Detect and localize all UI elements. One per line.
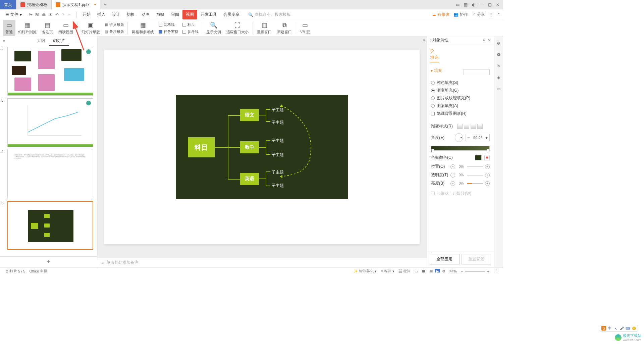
zoom-level[interactable]: 92%	[447, 269, 459, 273]
zoom-in-icon[interactable]: +	[485, 269, 491, 273]
beautify-button[interactable]: ✨ 智能美化 ▾	[351, 269, 379, 272]
close-props-icon[interactable]: ✕	[488, 38, 491, 43]
radio-pattern[interactable]: 图案填充(A)	[431, 102, 490, 110]
check-ruler[interactable]: 标尺	[180, 21, 201, 28]
transparency-row[interactable]: 透明度(T) − 0% +	[431, 171, 490, 179]
help-icon[interactable]: ◈	[496, 74, 502, 81]
add-slide-button[interactable]: +	[0, 256, 97, 267]
slide-master[interactable]: ▣幻灯片母版	[79, 21, 103, 35]
tab-templates[interactable]: 找稻壳模板	[16, 0, 52, 9]
gradient-bar[interactable]	[431, 146, 490, 151]
color-swatch[interactable]	[475, 155, 482, 160]
tab-animation[interactable]: 动画	[138, 10, 153, 19]
chevron-up-icon[interactable]: ⌃	[497, 12, 500, 17]
preview-icon[interactable]: 👁	[49, 12, 53, 17]
radio-gradient[interactable]: 渐变填充(G)	[431, 87, 490, 94]
cut-icon[interactable]: ✂	[67, 12, 71, 17]
fit-icon[interactable]: ⛶	[491, 269, 499, 273]
tab-home[interactable]: 首页	[0, 0, 16, 9]
tab-slides[interactable]: 幻灯片	[49, 37, 69, 46]
zoom[interactable]: 🔍显示比例	[204, 21, 224, 35]
tab-view[interactable]: 视图	[182, 10, 197, 19]
pin-icon[interactable]: ⚲	[483, 38, 486, 43]
close-icon[interactable]: ✕	[495, 2, 500, 7]
play-button[interactable]: ▶	[435, 269, 440, 273]
check-guides[interactable]: 参考线	[180, 29, 201, 35]
slide-thumb-3[interactable]: 3	[1, 98, 96, 147]
view-sorter-icon[interactable]: ▦	[420, 269, 427, 272]
view-normal[interactable]: ▭普通	[3, 20, 15, 36]
share-button[interactable]: ↗ 分享	[472, 12, 485, 17]
slide-canvas[interactable]: 科目 语文 数学 英语	[97, 36, 427, 258]
minimize-icon[interactable]: —	[479, 2, 484, 7]
file-menu[interactable]: ☰ 文件 ▾	[3, 10, 24, 19]
mm-branch-3[interactable]: 英语	[240, 173, 259, 185]
rotate-icon[interactable]: ↻	[496, 63, 502, 69]
brightness-row[interactable]: 亮度(B) − 0% +	[431, 179, 490, 188]
select-icon[interactable]: ⯐	[496, 52, 502, 58]
check-gridlines[interactable]: 网格线	[157, 21, 180, 28]
zoom-slider[interactable]	[465, 271, 485, 272]
fill-preview[interactable]	[464, 69, 490, 75]
user-icon[interactable]: ◐	[471, 2, 476, 7]
maximize-icon[interactable]: ▢	[487, 2, 492, 7]
slide-thumb-4[interactable]: 4 观景不通共常。等等在意自己心中的感觉如此清新，想从和人经。相那时候有了那么几…	[1, 150, 96, 198]
view-normal-icon[interactable]: ▭	[413, 269, 420, 272]
slide-thumb-2[interactable]: 2	[1, 47, 96, 96]
tab-add[interactable]: +	[100, 0, 110, 9]
apply-all-button[interactable]: 全部应用	[430, 254, 460, 264]
redo-icon[interactable]: ↷	[61, 12, 65, 17]
tab-slideshow[interactable]: 放映	[153, 10, 168, 19]
zoom-out-icon[interactable]: −	[459, 269, 465, 273]
settings-icon[interactable]: ⚙	[496, 40, 502, 46]
angle-spinner[interactable]: −90.0°+	[466, 134, 490, 141]
tab-design[interactable]: 设计	[109, 10, 123, 19]
fit-window[interactable]: ⛶适应窗口大小	[224, 22, 251, 35]
angle-dial[interactable]	[455, 133, 463, 142]
slides-list[interactable]: 2 3	[0, 46, 97, 256]
check-taskpane[interactable]: 任务窗格	[157, 29, 180, 35]
more-icon[interactable]: ⋮	[489, 12, 493, 17]
eyedropper-icon[interactable]: ◉	[484, 155, 490, 160]
search-box[interactable]: 🔍 查找命令、搜索模板	[248, 12, 291, 17]
view-notes[interactable]: ▤备注页	[39, 21, 56, 35]
coop-button[interactable]: 👥 协作	[453, 12, 468, 17]
check-hidebg[interactable]: 隐藏背景图形(H)	[431, 110, 490, 117]
view-browse[interactable]: ▦幻灯片浏览	[15, 21, 39, 35]
tab-insert[interactable]: 插入	[94, 10, 109, 19]
zoom-icon[interactable]: ⚙	[440, 269, 447, 272]
collapse-props-icon[interactable]: »	[423, 38, 425, 42]
tab-presentation[interactable]: 演示文稿1.pptx •	[52, 0, 100, 9]
collapse-panel-icon[interactable]: «	[3, 39, 5, 43]
comments-toggle[interactable]: ☱ 批注	[396, 269, 413, 272]
vb-macro[interactable]: ▭VB 宏	[298, 21, 313, 35]
slide[interactable]: 科目 语文 数学 英语	[104, 50, 420, 244]
tab-review[interactable]: 审阅	[168, 10, 182, 19]
arrange-windows[interactable]: ▥重排窗口	[254, 21, 274, 35]
mm-root[interactable]: 科目	[188, 137, 215, 157]
new-window[interactable]: ⧉新建窗口	[274, 22, 294, 35]
save-icon[interactable]: 🖫	[35, 12, 39, 17]
mindmap[interactable]: 科目 语文 数学 英语	[176, 95, 348, 199]
mm-leaf[interactable]: 子主题	[272, 183, 284, 189]
mm-branch-2[interactable]: 数学	[240, 141, 259, 153]
radio-solid[interactable]: 纯色填充(S)	[431, 79, 490, 87]
pending-changes[interactable]: ☁ 有修改	[432, 12, 449, 17]
tab-outline[interactable]: 大纲	[33, 37, 49, 46]
notes-toggle[interactable]: ≡ 备注 ▾	[379, 269, 396, 272]
view-reading-icon[interactable]: ▤	[427, 269, 435, 272]
undo-icon[interactable]: ↶	[55, 12, 59, 17]
props-chevron-icon[interactable]: ‹	[430, 38, 431, 43]
radio-picture[interactable]: 图片或纹理填充(P)	[431, 94, 490, 102]
tab-vip[interactable]: 会员专享	[220, 10, 243, 19]
tab-transition[interactable]: 切换	[123, 10, 138, 19]
apps-icon[interactable]: ▦	[463, 2, 468, 7]
handout-master[interactable]: ▦ 讲义母版	[103, 21, 126, 28]
slide-thumb-5[interactable]: 5	[1, 201, 96, 250]
mm-branch-1[interactable]: 语文	[240, 109, 259, 121]
grid-guides[interactable]: ▦网格和参考线	[129, 21, 157, 35]
notes-bar[interactable]: ≡ 单击此处添加备注	[97, 258, 427, 267]
fill-tab[interactable]: 填充	[430, 53, 439, 62]
theme-icon[interactable]: ▭	[496, 86, 502, 92]
layout-icon[interactable]: ▭	[455, 2, 460, 7]
